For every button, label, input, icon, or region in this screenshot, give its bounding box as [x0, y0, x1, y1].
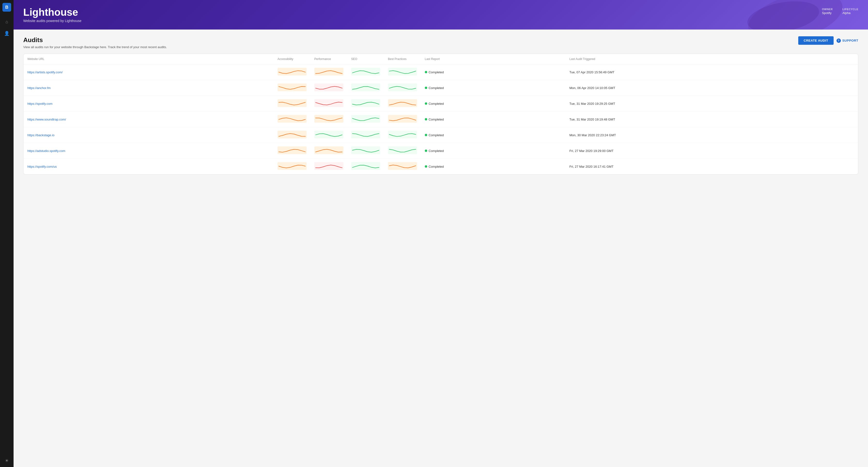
url-link[interactable]: https://artists.spotify.com/ [27, 70, 63, 74]
accessibility-sparkline [278, 98, 307, 108]
lifecycle-label: Lifecycle [842, 8, 858, 11]
table-row: https://spotify.com/usCompletedFri, 27 M… [24, 159, 858, 174]
seo-sparkline [351, 130, 380, 139]
accessibility-cell [274, 96, 310, 111]
best-practices-sparkline [388, 98, 417, 108]
status-text: Completed [429, 102, 444, 105]
best-practices-sparkline [388, 145, 417, 155]
owner-label: Owner [822, 8, 833, 11]
best-practices-sparkline [388, 114, 417, 124]
performance-sparkline [314, 67, 343, 76]
plugin-title: Lighthouse [23, 7, 82, 18]
best-practices-cell [384, 127, 421, 143]
performance-cell [310, 111, 347, 127]
header-title-block: Lighthouse Website audits powered by Lig… [23, 7, 82, 23]
col-last-report: Last Report [421, 54, 565, 64]
status-dot [425, 149, 427, 152]
performance-cell [310, 159, 347, 174]
app-logo[interactable]: B [2, 3, 11, 11]
url-cell: https://backstage.io [24, 127, 274, 143]
status-text: Completed [429, 118, 444, 121]
toggle-icon[interactable]: ☀ [3, 457, 10, 464]
performance-sparkline [314, 161, 343, 171]
seo-sparkline [351, 82, 380, 92]
table-header: Website URL Accessibility Performance SE… [24, 54, 858, 64]
lifecycle-meta: Lifecycle Alpha [842, 8, 858, 15]
status-cell: Completed [421, 143, 565, 159]
status-cell: Completed [421, 96, 565, 111]
accessibility-sparkline [278, 130, 307, 139]
url-cell: https://artists.spotify.com/ [24, 64, 274, 80]
status-cell: Completed [421, 80, 565, 96]
seo-sparkline [351, 145, 380, 155]
timestamp-cell: Tue, 31 Mar 2020 19:19:48 GMT [565, 111, 858, 127]
owner-meta: Owner Spotify [822, 8, 833, 15]
accessibility-sparkline [278, 145, 307, 155]
best-practices-sparkline [388, 130, 417, 139]
col-last-audit: Last Audit Triggered [565, 54, 858, 64]
support-icon: ? [837, 38, 841, 43]
timestamp-cell: Mon, 30 Mar 2020 22:23:24 GMT [565, 127, 858, 143]
status-dot [425, 134, 427, 136]
url-cell: https://adstudio.spotify.com [24, 143, 274, 159]
support-button[interactable]: ? SUPPORT [837, 38, 858, 43]
audits-table-container: Website URL Accessibility Performance SE… [23, 54, 858, 174]
page-header: Lighthouse Website audits powered by Lig… [13, 0, 868, 30]
accessibility-sparkline [278, 114, 307, 124]
status-text: Completed [429, 86, 444, 90]
accessibility-cell [274, 127, 310, 143]
status-dot [425, 102, 427, 105]
seo-sparkline [351, 161, 380, 171]
accessibility-cell [274, 111, 310, 127]
status-dot [425, 87, 427, 89]
home-nav-icon[interactable]: ⌂ [3, 19, 10, 25]
url-cell: https://spotify.com/us [24, 159, 274, 174]
performance-sparkline [314, 114, 343, 124]
url-cell: https://www.soundtrap.com/ [24, 111, 274, 127]
url-link[interactable]: https://www.soundtrap.com/ [27, 118, 66, 121]
best-practices-cell [384, 159, 421, 174]
url-link[interactable]: https://backstage.io [27, 133, 55, 137]
seo-sparkline [351, 67, 380, 76]
seo-cell [347, 96, 384, 111]
url-cell: https://anchor.fm [24, 80, 274, 96]
performance-sparkline [314, 82, 343, 92]
timestamp-cell: Mon, 06 Apr 2020 14:10:05 GMT [565, 80, 858, 96]
timestamp-cell: Tue, 31 Mar 2020 19:29:25 GMT [565, 96, 858, 111]
lifecycle-value: Alpha [842, 11, 858, 15]
best-practices-sparkline [388, 82, 417, 92]
page-title-block: Audits View all audits run for your webs… [23, 36, 167, 49]
table-row: https://backstage.ioCompletedMon, 30 Mar… [24, 127, 858, 143]
accessibility-cell [274, 80, 310, 96]
status-text: Completed [429, 149, 444, 153]
timestamp-cell: Fri, 27 Mar 2020 16:17:41 GMT [565, 159, 858, 174]
content-area: Audits View all audits run for your webs… [13, 30, 868, 467]
url-link[interactable]: https://spotify.com/us [27, 165, 57, 168]
col-best-practices: Best Practices [384, 54, 421, 64]
status-text: Completed [429, 70, 444, 74]
owner-value: Spotify [822, 11, 833, 15]
table-row: https://adstudio.spotify.comCompletedFri… [24, 143, 858, 159]
table-row: https://www.soundtrap.com/CompletedTue, … [24, 111, 858, 127]
url-link[interactable]: https://spotify.com [27, 102, 53, 105]
url-link[interactable]: https://adstudio.spotify.com [27, 149, 65, 153]
col-url: Website URL [24, 54, 274, 64]
status-text: Completed [429, 133, 444, 137]
performance-cell [310, 80, 347, 96]
timestamp-cell: Fri, 27 Mar 2020 19:29:00 GMT [565, 143, 858, 159]
best-practices-sparkline [388, 161, 417, 171]
status-cell: Completed [421, 111, 565, 127]
create-audit-button[interactable]: CREATE AUDIT [798, 36, 833, 45]
performance-sparkline [314, 130, 343, 139]
page-subtitle: View all audits run for your website thr… [23, 45, 167, 49]
status-dot [425, 165, 427, 168]
status-cell: Completed [421, 64, 565, 80]
header-meta: Owner Spotify Lifecycle Alpha [822, 8, 858, 15]
accessibility-cell [274, 159, 310, 174]
best-practices-cell [384, 64, 421, 80]
url-link[interactable]: https://anchor.fm [27, 86, 51, 90]
page-actions: CREATE AUDIT ? SUPPORT [798, 36, 858, 45]
performance-sparkline [314, 98, 343, 108]
user-nav-icon[interactable]: 👤 [3, 30, 10, 37]
accessibility-cell [274, 143, 310, 159]
